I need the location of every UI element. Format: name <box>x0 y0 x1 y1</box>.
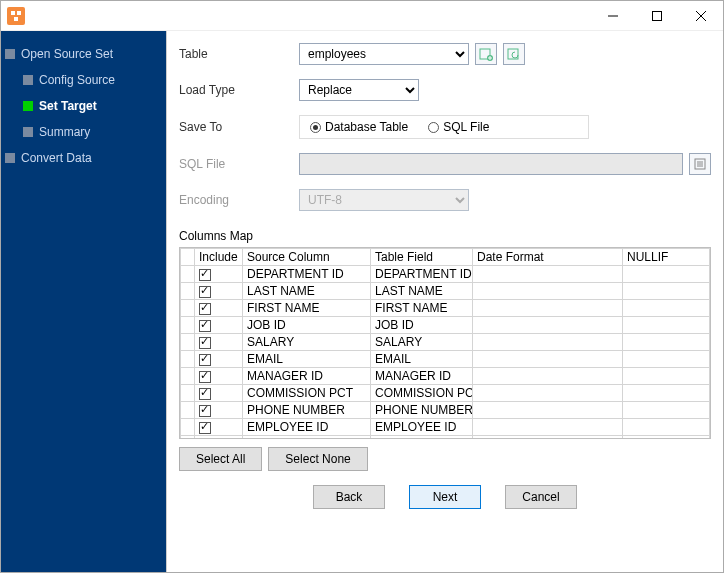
field-cell[interactable]: EMPLOYEE ID <box>371 419 473 436</box>
table-row[interactable]: EMAILEMAIL <box>181 351 710 368</box>
table-select[interactable]: employees <box>299 43 469 65</box>
nullif-cell[interactable] <box>623 419 710 436</box>
table-row[interactable]: SALARYSALARY <box>181 334 710 351</box>
field-cell[interactable]: FIRST NAME <box>371 300 473 317</box>
saveto-database-radio[interactable]: Database Table <box>310 120 408 134</box>
table-row[interactable]: LAST NAMELAST NAME <box>181 283 710 300</box>
include-cell[interactable] <box>195 283 243 300</box>
checkbox-icon[interactable] <box>199 405 211 417</box>
select-none-button[interactable]: Select None <box>268 447 367 471</box>
source-cell[interactable]: SALARY <box>243 334 371 351</box>
checkbox-icon[interactable] <box>199 371 211 383</box>
nullif-cell[interactable] <box>623 300 710 317</box>
source-cell[interactable]: EMPLOYEE ID <box>243 419 371 436</box>
row-handle[interactable] <box>181 334 195 351</box>
date-cell[interactable] <box>473 368 623 385</box>
nullif-cell[interactable] <box>623 385 710 402</box>
source-cell[interactable]: LAST NAME <box>243 283 371 300</box>
row-handle[interactable] <box>181 436 195 440</box>
field-cell[interactable]: SALARY <box>371 334 473 351</box>
field-cell[interactable]: MANAGER ID <box>371 368 473 385</box>
checkbox-icon[interactable] <box>199 354 211 366</box>
date-cell[interactable] <box>473 334 623 351</box>
source-cell[interactable]: FIRST NAME <box>243 300 371 317</box>
nullif-cell[interactable] <box>623 317 710 334</box>
sidebar-item-config-source[interactable]: Config Source <box>1 67 166 93</box>
maximize-button[interactable] <box>635 1 679 31</box>
date-cell[interactable] <box>473 419 623 436</box>
sidebar-item-summary[interactable]: Summary <box>1 119 166 145</box>
source-cell[interactable]: PHONE NUMBER <box>243 402 371 419</box>
minimize-button[interactable] <box>591 1 635 31</box>
next-button[interactable]: Next <box>409 485 481 509</box>
date-cell[interactable] <box>473 385 623 402</box>
include-cell[interactable] <box>195 419 243 436</box>
row-handle[interactable] <box>181 385 195 402</box>
nullif-cell[interactable] <box>623 402 710 419</box>
refresh-table-icon[interactable] <box>503 43 525 65</box>
source-cell[interactable]: DEPARTMENT ID <box>243 266 371 283</box>
nullif-cell[interactable] <box>623 368 710 385</box>
nullif-cell[interactable] <box>623 283 710 300</box>
source-cell[interactable]: JOB ID <box>243 317 371 334</box>
row-handle[interactable] <box>181 283 195 300</box>
include-cell[interactable] <box>195 368 243 385</box>
date-cell[interactable] <box>473 283 623 300</box>
field-cell[interactable]: JOB ID <box>371 317 473 334</box>
row-handle[interactable] <box>181 419 195 436</box>
source-cell[interactable]: HIRE DATE <box>243 436 371 440</box>
add-table-icon[interactable] <box>475 43 497 65</box>
table-row[interactable]: FIRST NAMEFIRST NAME <box>181 300 710 317</box>
col-source-header[interactable]: Source Column <box>243 249 371 266</box>
loadtype-select[interactable]: Replace <box>299 79 419 101</box>
field-cell[interactable]: HIRE DATE <box>371 436 473 440</box>
include-cell[interactable] <box>195 385 243 402</box>
include-cell[interactable] <box>195 351 243 368</box>
col-nullif-header[interactable]: NULLIF <box>623 249 710 266</box>
sidebar-item-convert-data[interactable]: Convert Data <box>1 145 166 171</box>
saveto-sqlfile-radio[interactable]: SQL File <box>428 120 489 134</box>
row-handle[interactable] <box>181 317 195 334</box>
date-cell[interactable] <box>473 317 623 334</box>
field-cell[interactable]: DEPARTMENT ID <box>371 266 473 283</box>
field-cell[interactable]: COMMISSION PCT <box>371 385 473 402</box>
include-cell[interactable] <box>195 334 243 351</box>
date-cell[interactable] <box>473 351 623 368</box>
table-row[interactable]: COMMISSION PCTCOMMISSION PCT <box>181 385 710 402</box>
checkbox-icon[interactable] <box>199 320 211 332</box>
source-cell[interactable]: EMAIL <box>243 351 371 368</box>
row-handle[interactable] <box>181 351 195 368</box>
field-cell[interactable]: LAST NAME <box>371 283 473 300</box>
nullif-cell[interactable] <box>623 436 710 440</box>
select-all-button[interactable]: Select All <box>179 447 262 471</box>
include-cell[interactable] <box>195 317 243 334</box>
checkbox-icon[interactable] <box>199 337 211 349</box>
date-cell[interactable] <box>473 300 623 317</box>
date-cell[interactable] <box>473 266 623 283</box>
field-cell[interactable]: EMAIL <box>371 351 473 368</box>
checkbox-icon[interactable] <box>199 269 211 281</box>
nullif-cell[interactable] <box>623 351 710 368</box>
col-date-header[interactable]: Date Format <box>473 249 623 266</box>
table-row[interactable]: MANAGER IDMANAGER ID <box>181 368 710 385</box>
include-cell[interactable] <box>195 266 243 283</box>
date-cell[interactable] <box>473 402 623 419</box>
checkbox-icon[interactable] <box>199 388 211 400</box>
include-cell[interactable] <box>195 402 243 419</box>
table-row[interactable]: JOB IDJOB ID <box>181 317 710 334</box>
source-cell[interactable]: MANAGER ID <box>243 368 371 385</box>
table-row[interactable]: EMPLOYEE IDEMPLOYEE ID <box>181 419 710 436</box>
include-cell[interactable] <box>195 300 243 317</box>
include-cell[interactable] <box>195 436 243 440</box>
row-handle[interactable] <box>181 300 195 317</box>
checkbox-icon[interactable] <box>199 286 211 298</box>
row-handle[interactable] <box>181 266 195 283</box>
source-cell[interactable]: COMMISSION PCT <box>243 385 371 402</box>
close-button[interactable] <box>679 1 723 31</box>
field-cell[interactable]: PHONE NUMBER <box>371 402 473 419</box>
browse-file-icon[interactable] <box>689 153 711 175</box>
checkbox-icon[interactable] <box>199 422 211 434</box>
col-include-header[interactable]: Include <box>195 249 243 266</box>
table-row[interactable]: DEPARTMENT IDDEPARTMENT ID <box>181 266 710 283</box>
checkbox-icon[interactable] <box>199 303 211 315</box>
